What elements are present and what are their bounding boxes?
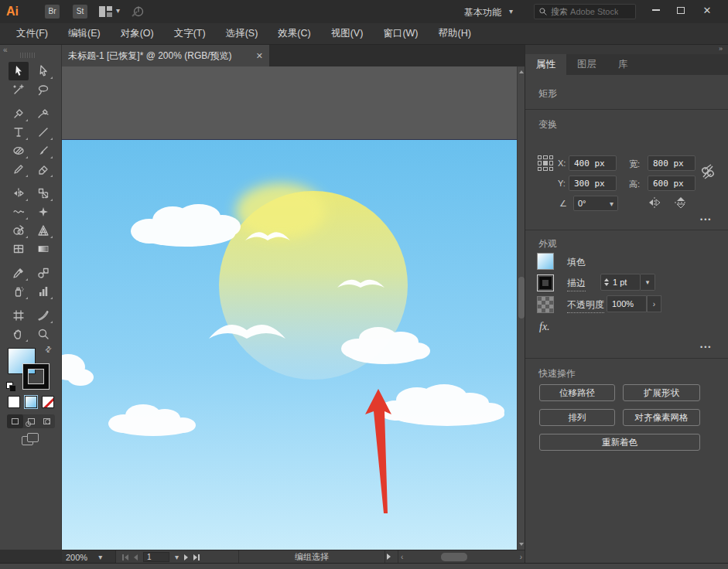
toolbar-grip[interactable] xyxy=(20,53,35,58)
stroke-weight-dropdown[interactable]: ▾ xyxy=(641,274,655,291)
chevron-down-icon[interactable]: ▾ xyxy=(175,553,179,561)
constrain-proportions-icon[interactable] xyxy=(700,162,716,182)
scroll-down-icon[interactable] xyxy=(519,543,524,546)
column-graph-tool[interactable] xyxy=(33,282,53,301)
menu-item-object[interactable]: 对象(O) xyxy=(111,27,164,40)
opacity-swatch[interactable] xyxy=(537,296,554,313)
collapse-panel-icon[interactable]: » xyxy=(719,45,723,53)
opacity-expand-icon[interactable]: › xyxy=(647,295,661,312)
perspective-grid-tool[interactable] xyxy=(33,221,53,240)
default-fill-stroke-icon[interactable] xyxy=(6,382,16,392)
opacity-input[interactable]: 100% xyxy=(607,295,647,312)
magic-wand-tool[interactable] xyxy=(9,80,29,99)
maximize-button[interactable] xyxy=(668,0,693,20)
shape-tool[interactable] xyxy=(9,141,29,160)
artboard[interactable] xyxy=(62,139,517,550)
slice-tool[interactable] xyxy=(33,306,53,325)
line-segment-tool[interactable] xyxy=(33,123,53,141)
none-button[interactable] xyxy=(42,396,54,408)
minimize-button[interactable] xyxy=(644,0,668,20)
lasso-tool[interactable] xyxy=(33,80,53,99)
chevron-down-icon[interactable]: ▾ xyxy=(509,7,513,15)
menu-item-edit[interactable]: 编辑(E) xyxy=(58,27,111,40)
effects-button[interactable]: fx. xyxy=(539,321,550,333)
arrange-button[interactable]: 排列 xyxy=(539,409,615,426)
menu-item-effect[interactable]: 效果(C) xyxy=(268,27,320,40)
pen-tool[interactable] xyxy=(9,104,29,123)
paintbrush-tool[interactable] xyxy=(33,141,53,160)
color-button[interactable] xyxy=(8,396,20,408)
flip-horizontal-icon[interactable] xyxy=(648,197,661,208)
workspace-name[interactable]: 基本功能 xyxy=(464,6,501,19)
tab-properties[interactable]: 属性 xyxy=(525,54,566,75)
menu-item-window[interactable]: 窗口(W) xyxy=(373,27,428,40)
last-artboard-button[interactable] xyxy=(193,554,200,560)
scroll-right-icon[interactable]: › xyxy=(520,553,522,561)
zoom-level-dropdown[interactable]: 200% ▾ xyxy=(62,550,116,564)
stroke-weight-stepper[interactable]: 1 pt xyxy=(600,274,641,291)
draw-normal-button[interactable] xyxy=(7,414,23,428)
stepper-arrows-icon[interactable] xyxy=(604,278,609,286)
draw-behind-button[interactable] xyxy=(23,414,39,428)
shape-builder-tool[interactable] xyxy=(9,221,29,240)
mesh-tool[interactable] xyxy=(9,240,29,258)
menu-item-type[interactable]: 文字(T) xyxy=(164,27,216,40)
selection-tool[interactable] xyxy=(9,62,29,80)
next-artboard-button[interactable] xyxy=(184,554,188,560)
hand-tool[interactable] xyxy=(9,325,29,343)
horizontal-scrollbar-thumb[interactable] xyxy=(441,553,467,561)
pencil-tool[interactable] xyxy=(9,160,29,179)
y-input[interactable] xyxy=(569,175,617,191)
stroke-swatch[interactable] xyxy=(23,364,49,389)
width-tool[interactable] xyxy=(9,203,29,221)
blend-tool[interactable] xyxy=(33,264,53,282)
artboard-tool[interactable] xyxy=(9,306,29,325)
stroke-label[interactable]: 描边 xyxy=(567,277,586,291)
expand-shape-button[interactable]: 扩展形状 xyxy=(623,384,700,401)
screen-mode-button[interactable] xyxy=(22,433,40,448)
canvas-viewport[interactable] xyxy=(62,66,525,550)
width-input[interactable] xyxy=(648,155,696,171)
menu-item-view[interactable]: 视图(V) xyxy=(321,27,374,40)
bridge-button[interactable]: Br xyxy=(45,5,60,19)
curvature-tool[interactable] xyxy=(33,104,53,123)
stroke-color-swatch[interactable] xyxy=(537,274,554,291)
eyedropper-tool[interactable] xyxy=(9,264,29,282)
symbol-sprayer-tool[interactable] xyxy=(9,282,29,301)
menu-item-select[interactable]: 选择(S) xyxy=(216,27,268,40)
workspace-switcher-icon[interactable] xyxy=(99,6,112,17)
align-pixel-grid-button[interactable]: 对齐像素网格 xyxy=(623,409,700,426)
type-tool[interactable] xyxy=(9,123,29,141)
draw-inside-button[interactable] xyxy=(39,414,55,428)
eraser-tool[interactable] xyxy=(33,160,53,179)
direct-selection-tool[interactable] xyxy=(33,62,53,80)
chevron-down-icon[interactable]: ▾ xyxy=(116,6,120,15)
x-input[interactable] xyxy=(569,155,617,171)
flip-vertical-icon[interactable] xyxy=(674,197,688,208)
close-tab-icon[interactable]: ✕ xyxy=(251,51,263,61)
menu-item-file[interactable]: 文件(F) xyxy=(6,27,58,40)
menu-item-help[interactable]: 帮助(H) xyxy=(429,27,481,40)
offset-path-button[interactable]: 位移路径 xyxy=(539,384,615,401)
collapse-toolbar-icon[interactable]: « xyxy=(3,46,8,54)
previous-artboard-button[interactable] xyxy=(134,554,138,560)
recolor-button[interactable]: 重新着色 xyxy=(539,434,700,451)
first-artboard-button[interactable] xyxy=(122,554,128,560)
horizontal-scrollbar[interactable]: ‹ › xyxy=(398,550,525,564)
vertical-scrollbar[interactable] xyxy=(517,66,525,550)
transform-more-options-icon[interactable]: ••• xyxy=(700,216,712,223)
reference-point-locator[interactable] xyxy=(538,155,553,171)
vertical-scrollbar-thumb[interactable] xyxy=(518,277,525,319)
artboard-number-input[interactable] xyxy=(143,552,169,562)
height-input[interactable] xyxy=(648,175,696,191)
gradient-button[interactable] xyxy=(25,396,37,408)
tab-libraries[interactable]: 库 xyxy=(607,54,639,75)
status-next-icon[interactable] xyxy=(387,554,391,560)
stock-button[interactable]: St xyxy=(73,5,87,19)
search-input[interactable]: 搜索 Adobe Stock xyxy=(534,4,636,19)
reflect-tool[interactable] xyxy=(9,184,29,203)
fill-color-swatch[interactable] xyxy=(537,253,554,270)
zoom-tool[interactable] xyxy=(33,325,53,343)
gradient-tool[interactable] xyxy=(33,240,53,258)
close-button[interactable]: ✕ xyxy=(695,0,719,20)
